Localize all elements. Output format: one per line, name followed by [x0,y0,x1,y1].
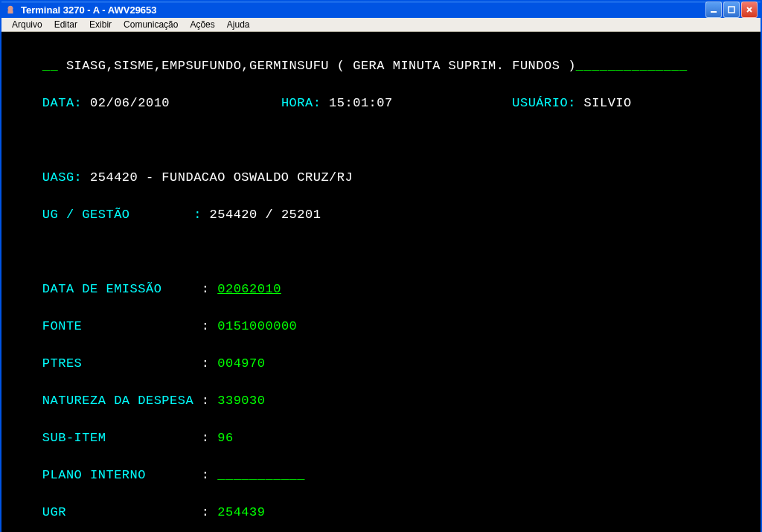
ptres-value[interactable]: 004970 [217,356,265,371]
menu-exibir[interactable]: Exibir [83,18,118,31]
colon: : [202,431,217,445]
hora-label: HORA: [281,96,321,110]
header-prefix: __ [42,59,58,73]
minimize-button[interactable] [705,1,722,18]
colon: : [202,319,217,333]
plano-value[interactable]: ___________ [217,468,305,482]
svg-rect-3 [729,7,734,13]
data-emissao-value[interactable]: 02062010 [217,282,281,296]
menu-comunicacao[interactable]: Comunicação [118,18,184,31]
menu-acoes[interactable]: Ações [184,18,220,31]
colon: : [202,356,217,371]
uggestao-label: UG / GESTÃO : [42,208,210,222]
svg-point-0 [8,6,13,11]
svg-rect-1 [8,10,13,13]
data-emissao-label: DATA DE EMISSÃO [42,282,202,296]
titlebar-text: Terminal 3270 - A - AWV29653 [21,4,705,16]
terminal-window: Terminal 3270 - A - AWV29653 Arquivo Edi… [0,0,762,532]
uasg-label: UASG: [42,170,83,185]
plano-label: PLANO INTERNO [42,468,202,482]
maximize-button[interactable] [723,1,740,18]
svg-rect-2 [711,11,717,13]
app-icon [4,4,16,16]
colon: : [202,394,217,408]
data-label: DATA: [42,96,83,110]
uggestao-value: 254420 / 25201 [210,208,321,222]
menu-editar[interactable]: Editar [48,18,83,31]
fonte-label: FONTE [42,319,202,333]
terminal-screen[interactable]: __ SIASG,SISME,EMPSUFUNDO,GERMINSUFU ( G… [1,32,761,532]
ugr-value[interactable]: 254439 [217,505,265,519]
ptres-label: PTRES [42,356,202,371]
close-button[interactable] [741,1,758,18]
hora-value: 15:01:07 [321,96,512,110]
ugr-label: UGR [42,505,202,519]
natureza-label: NATUREZA DA DESPESA [42,394,202,408]
menubar: Arquivo Editar Exibir Comunicação Ações … [1,18,761,32]
header-path: SIASG,SISME,EMPSUFUNDO,GERMINSUFU ( GERA… [58,59,576,73]
natureza-value[interactable]: 339030 [217,394,265,408]
titlebar[interactable]: Terminal 3270 - A - AWV29653 [1,1,761,18]
subitem-label: SUB-ITEM [42,431,202,445]
colon: : [202,282,217,296]
usuario-value: SILVIO [576,96,632,110]
menu-arquivo[interactable]: Arquivo [6,18,48,31]
fonte-value[interactable]: 0151000000 [217,319,297,333]
data-value: 02/06/2010 [82,96,281,110]
subitem-value[interactable]: 96 [217,431,233,445]
colon: : [202,468,217,482]
titlebar-buttons [705,1,758,18]
usuario-label: USUÁRIO: [512,96,576,110]
uasg-value: 254420 - FUNDACAO OSWALDO CRUZ/RJ [82,170,353,185]
header-suffix: ______________ [576,59,688,73]
menu-ajuda[interactable]: Ajuda [221,18,256,31]
colon: : [202,505,217,519]
